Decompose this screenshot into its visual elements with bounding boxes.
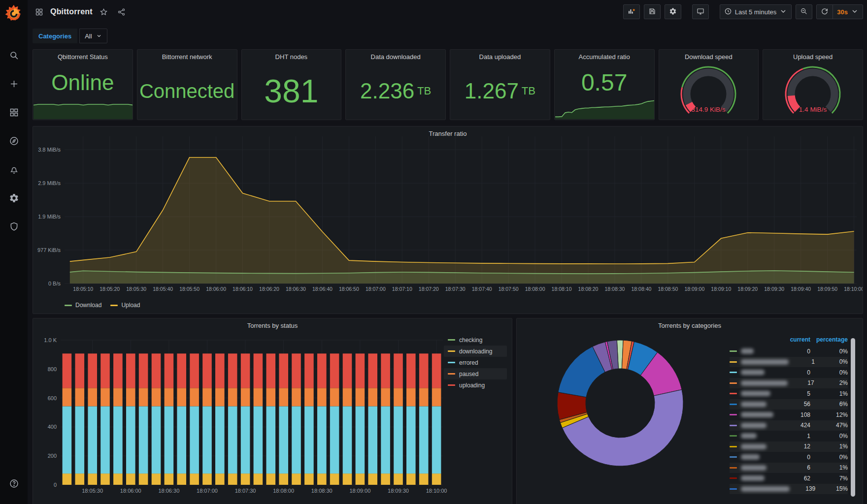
cell-percentage: 0% [810,454,848,461]
table-row[interactable]: 627% [730,473,848,484]
column-header-percentage[interactable]: percentage [810,336,848,346]
gauge-value: 314.9 KiB/s [692,106,726,113]
redacted-category-name [741,433,757,439]
legend-color-swatch [730,467,737,469]
gauge[interactable]: 1.4 MiB/s [763,62,863,120]
stat-unit: TB [417,85,431,97]
legend-color-swatch [730,414,737,415]
zoom-out-button[interactable] [796,4,812,19]
table-row[interactable]: 13915% [730,484,848,495]
sidebar-item-help[interactable] [3,475,25,493]
panel-title[interactable]: DHT nodes [242,50,341,61]
torrents-by-status-chart[interactable]: 02004006008001.0 K18:05:3018:06:0018:06:… [33,318,512,500]
table-row[interactable]: 121% [730,441,848,452]
cell-percentage: 0% [810,369,848,376]
column-header-current[interactable]: current [778,336,810,346]
refresh-button[interactable]: 30s [816,4,863,19]
add-panel-button[interactable] [623,4,640,19]
sidebar-item-configuration[interactable] [3,190,25,208]
stat-sparkline [555,96,655,119]
save-icon [648,7,656,17]
stat-value: 1.267 [465,80,519,102]
table-row[interactable]: 10% [730,357,848,368]
sidebar-item-explore[interactable] [3,133,25,151]
share-icon[interactable] [115,5,128,18]
stat-value: Connected [139,81,234,101]
variable-categories-label[interactable]: Categories [33,29,77,43]
table-row[interactable]: 566% [730,399,848,410]
table-row[interactable]: 172% [730,378,848,389]
save-dashboard-button[interactable] [644,4,661,19]
dashboard-settings-button[interactable] [665,4,681,19]
transfer-ratio-chart[interactable]: 0 B/s977 KiB/s1.9 MiB/s2.9 MiB/s3.8 MiB/… [33,126,863,314]
star-icon[interactable] [98,5,110,18]
chevron-down-icon [96,33,102,39]
cell-current: 17 [788,379,814,386]
categories-table-header: current percentage [730,336,848,346]
cell-current: 5 [781,390,810,397]
redacted-category-name [741,465,767,471]
sidebar-item-search[interactable] [3,47,25,65]
svg-text:18:08:10: 18:08:10 [552,286,572,292]
table-row[interactable]: 10812% [730,410,848,420]
svg-text:18:09:20: 18:09:20 [737,286,758,292]
sidebar-item-server-admin[interactable] [3,219,25,236]
sidebar-item-dashboards[interactable] [3,104,25,122]
stat-panel-download-speed: Download speed314.9 KiB/s [659,49,759,120]
cell-current: 0 [781,369,810,376]
stat-panel-data-uploaded: Data uploaded1.267TB [450,49,550,120]
legend-color-swatch [730,477,737,479]
panel-title[interactable]: Bittorrent network [137,50,237,61]
cell-percentage: 1% [810,464,848,471]
cell-percentage: 2% [814,379,848,386]
sidebar [0,0,28,504]
table-row[interactable]: 00% [730,346,848,357]
table-scrollbar[interactable] [851,338,855,497]
redacted-category-name [741,486,790,492]
torrents-by-categories-donut[interactable] [517,318,724,500]
dashboards-icon [9,107,19,120]
table-row[interactable]: 00% [730,452,848,463]
redacted-category-name [741,370,765,375]
svg-text:18:08:20: 18:08:20 [578,286,599,292]
cell-percentage: 1% [810,443,848,450]
panel-title[interactable]: Qbittorrent Status [33,50,133,61]
cell-current: 424 [781,422,810,429]
table-row[interactable]: 42447% [730,420,848,431]
sidebar-item-create[interactable] [3,76,25,94]
redacted-category-name [741,348,754,354]
grafana-app: Qbittorrent Last 5 minutes [0,0,867,504]
panel-title[interactable]: Download speed [659,50,759,61]
svg-text:18:06:40: 18:06:40 [312,286,333,292]
svg-text:18:05:30: 18:05:30 [82,488,103,494]
table-row[interactable]: 00% [730,367,848,378]
panel-title[interactable]: Upload speed [763,50,863,61]
stat-value-wrap: Connected [137,63,237,120]
legend-color-swatch [730,435,737,437]
compass-icon [9,136,19,148]
chevron-down-icon [851,7,859,17]
panel-torrents-by-status: Torrents by status checkingdownloadinger… [33,318,512,504]
time-range-picker[interactable]: Last 5 minutes [720,4,792,19]
search-icon [9,50,19,63]
table-row[interactable]: 61% [730,463,848,473]
button-divider [833,5,833,19]
variable-categories-select[interactable]: All [79,29,107,43]
gauge[interactable]: 314.9 KiB/s [659,62,759,120]
tv-mode-button[interactable] [692,4,709,19]
panel-title[interactable]: Data downloaded [346,50,445,61]
svg-text:18:10:00: 18:10:00 [426,488,447,494]
legend-color-swatch [730,382,737,384]
svg-text:3.8 MiB/s: 3.8 MiB/s [38,147,61,153]
redacted-category-name [741,412,773,417]
svg-text:18:05:40: 18:05:40 [153,286,173,292]
stat-value: 381 [264,75,318,107]
legend-color-swatch [730,361,737,363]
table-row[interactable]: 51% [730,388,848,399]
panel-title[interactable]: Data uploaded [450,50,550,61]
table-row[interactable]: 10% [730,431,848,441]
tv-icon [697,7,704,17]
panel-title[interactable]: Accumulated ratio [555,50,654,61]
sidebar-item-alerting[interactable] [3,161,25,179]
grafana-logo[interactable] [4,4,24,24]
